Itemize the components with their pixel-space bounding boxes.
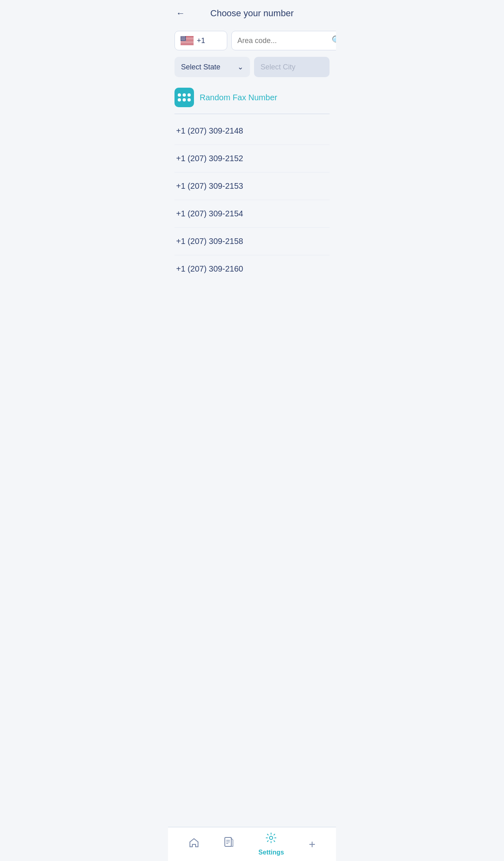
select-city-label: Select City: [261, 63, 295, 71]
svg-rect-6: [181, 44, 194, 45]
chevron-down-icon: ⌄: [237, 63, 243, 71]
svg-point-23: [181, 39, 182, 39]
svg-point-31: [183, 39, 184, 39]
number-item[interactable]: +1 (207) 309-2152: [174, 145, 330, 173]
svg-point-33: [181, 40, 182, 40]
svg-point-9: [182, 37, 182, 37]
dice-dots: [178, 93, 191, 101]
number-item[interactable]: +1 (207) 309-2148: [174, 117, 330, 145]
select-state-dropdown[interactable]: Select State ⌄: [174, 57, 250, 77]
svg-point-14: [182, 37, 183, 37]
svg-point-36: [184, 40, 185, 40]
select-city-dropdown[interactable]: Select City: [254, 57, 330, 77]
back-button[interactable]: ←: [176, 8, 185, 19]
number-item[interactable]: +1 (207) 309-2153: [174, 173, 330, 200]
divider: [174, 114, 330, 114]
svg-point-20: [183, 38, 183, 38]
area-code-row: +1 🔍: [174, 31, 330, 50]
svg-point-18: [181, 38, 181, 38]
area-code-input[interactable]: [237, 37, 332, 45]
svg-point-25: [183, 39, 183, 39]
svg-point-35: [183, 40, 183, 40]
filters-row: Select State ⌄ Select City: [174, 57, 330, 77]
svg-point-21: [183, 38, 184, 38]
random-fax-label: Random Fax Number: [200, 93, 277, 102]
svg-point-16: [184, 37, 185, 37]
svg-point-29: [182, 39, 182, 39]
svg-point-26: [184, 39, 185, 39]
svg-rect-5: [181, 42, 194, 43]
dot: [178, 93, 181, 97]
svg-point-13: [181, 37, 182, 37]
svg-point-37: [185, 40, 185, 40]
svg-point-27: [185, 39, 185, 39]
header: ← Choose your number: [168, 0, 336, 23]
svg-point-11: [183, 37, 184, 37]
search-icon: 🔍: [332, 35, 336, 46]
country-code-label: +1: [197, 37, 205, 45]
number-item[interactable]: +1 (207) 309-2160: [174, 255, 330, 283]
dot: [187, 98, 191, 101]
page-title: Choose your number: [210, 8, 293, 19]
main-content: +1 🔍 Select State ⌄ Select City: [168, 23, 336, 283]
svg-point-15: [183, 37, 183, 37]
svg-point-30: [183, 39, 183, 39]
dot: [178, 98, 181, 101]
dot: [183, 98, 186, 101]
number-item[interactable]: +1 (207) 309-2154: [174, 200, 330, 228]
svg-point-12: [185, 37, 185, 37]
dice-icon[interactable]: [174, 88, 194, 107]
svg-point-28: [181, 39, 181, 39]
svg-point-34: [182, 40, 183, 40]
svg-rect-4: [181, 41, 194, 42]
numbers-list: +1 (207) 309-2148+1 (207) 309-2152+1 (20…: [174, 117, 330, 283]
svg-point-17: [185, 37, 185, 37]
svg-point-22: [185, 38, 185, 38]
dot: [187, 93, 191, 97]
select-state-label: Select State: [181, 63, 220, 71]
svg-point-19: [182, 38, 182, 38]
number-item[interactable]: +1 (207) 309-2158: [174, 228, 330, 255]
svg-point-8: [181, 37, 181, 37]
svg-point-24: [182, 39, 183, 39]
svg-point-32: [185, 39, 185, 39]
svg-point-10: [183, 37, 183, 37]
country-selector[interactable]: +1: [174, 31, 227, 50]
us-flag-icon: [181, 36, 194, 45]
dot: [183, 93, 186, 97]
random-fax-row[interactable]: Random Fax Number: [174, 84, 330, 114]
area-code-input-wrap[interactable]: 🔍: [231, 31, 336, 50]
